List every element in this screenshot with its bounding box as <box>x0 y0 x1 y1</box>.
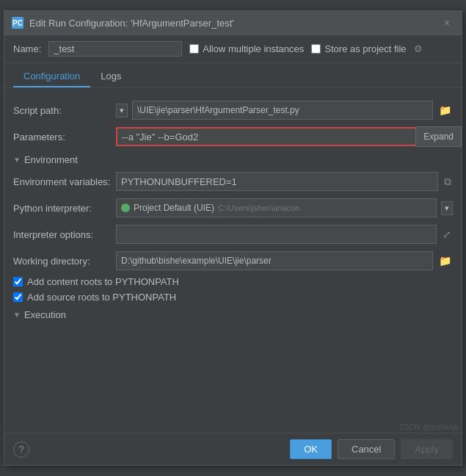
store-project-checkbox[interactable] <box>311 44 321 54</box>
parameters-input[interactable] <box>116 127 423 146</box>
toolbar: Name: Allow multiple instances Store as … <box>4 35 462 63</box>
env-vars-copy-icon[interactable]: ⧉ <box>443 174 453 190</box>
environment-label: Environment <box>24 154 78 165</box>
tab-configuration[interactable]: Configuration <box>13 66 90 87</box>
script-path-dropdown[interactable]: ▾ <box>116 104 128 118</box>
script-path-label: Script path: <box>13 105 116 116</box>
env-vars-control: ⧉ <box>116 172 453 191</box>
form-area: Script path: ▾ 📁 Parameters: + ⤢ Expand <box>4 88 462 332</box>
store-project-group: Store as project file <box>311 43 406 54</box>
env-vars-label: Environment variables: <box>13 176 116 187</box>
script-path-input[interactable] <box>132 101 433 120</box>
store-project-label: Store as project file <box>324 43 406 54</box>
working-dir-row: Working directory: 📁 <box>13 248 453 274</box>
tab-logs[interactable]: Logs <box>90 66 131 87</box>
parameters-control: + ⤢ <box>116 127 453 146</box>
footer: ? OK Cancel Apply <box>4 433 462 465</box>
tabs-bar: Configuration Logs <box>4 66 462 88</box>
footer-buttons: OK Cancel Apply <box>290 439 453 459</box>
allow-multiple-checkbox[interactable] <box>189 44 199 54</box>
interpreter-status-dot <box>121 203 130 212</box>
script-path-control: ▾ 📁 <box>116 101 453 120</box>
env-vars-input[interactable] <box>116 172 438 191</box>
environment-arrow-icon: ▼ <box>13 156 21 164</box>
dialog-title: Edit Run Configuration: 'HfArgumentParse… <box>29 18 234 29</box>
env-vars-row: Environment variables: ⧉ <box>13 168 453 195</box>
name-label: Name: <box>13 43 41 54</box>
add-source-roots-checkbox[interactable] <box>13 292 23 302</box>
script-path-row: Script path: ▾ 📁 <box>13 97 453 123</box>
cancel-button[interactable]: Cancel <box>338 439 395 459</box>
gear-icon[interactable]: ⚙ <box>414 43 423 54</box>
interpreter-options-control: ⤢ <box>116 225 453 244</box>
interpreter-options-input[interactable] <box>116 225 437 244</box>
add-content-roots-checkbox[interactable] <box>13 277 23 286</box>
execution-label: Execution <box>24 309 66 320</box>
interpreter-options-row: Interpreter options: ⤢ <box>13 221 453 248</box>
app-icon: PC <box>12 17 23 29</box>
content-area: Script path: ▾ 📁 Parameters: + ⤢ Expand <box>4 88 462 433</box>
add-source-roots-label: Add source roots to PYTHONPATH <box>27 292 176 303</box>
parameters-label: Parameters: <box>13 131 116 143</box>
name-input[interactable] <box>48 41 182 57</box>
working-dir-input[interactable] <box>116 251 433 270</box>
expand-tooltip: Expand <box>415 126 462 147</box>
title-bar-left: PC Edit Run Configuration: 'HfArgumentPa… <box>12 17 234 29</box>
python-interpreter-control: Project Default (UIE) C:\Users\jshen\ana… <box>116 198 453 217</box>
parameters-row: Parameters: + ⤢ <box>13 123 453 150</box>
add-content-roots-row: Add content roots to PYTHONPATH <box>13 274 453 289</box>
execution-arrow-icon: ▼ <box>13 311 21 319</box>
allow-multiple-group: Allow multiple instances <box>189 43 304 54</box>
interpreter-select[interactable]: Project Default (UIE) C:\Users\jshen\ana… <box>116 198 437 217</box>
close-button[interactable]: × <box>440 15 454 30</box>
interpreter-options-expand-icon[interactable]: ⤢ <box>441 227 453 242</box>
watermark: CSDN @jieshenai <box>399 423 459 431</box>
interpreter-options-label: Interpreter options: <box>13 229 116 240</box>
title-bar: PC Edit Run Configuration: 'HfArgumentPa… <box>4 11 462 35</box>
working-dir-label: Working directory: <box>13 256 116 267</box>
dialog: PC Edit Run Configuration: 'HfArgumentPa… <box>4 10 462 466</box>
allow-multiple-label: Allow multiple instances <box>203 43 304 54</box>
working-dir-control: 📁 <box>116 251 453 270</box>
execution-section[interactable]: ▼ Execution <box>13 305 453 323</box>
python-interpreter-row: Python interpreter: Project Default (UIE… <box>13 195 453 221</box>
add-source-roots-row: Add source roots to PYTHONPATH <box>13 289 453 305</box>
interpreter-name: Project Default (UIE) <box>134 203 214 213</box>
script-path-folder-icon[interactable]: 📁 <box>437 103 453 118</box>
working-dir-folder-icon[interactable]: 📁 <box>437 253 453 268</box>
add-content-roots-label: Add content roots to PYTHONPATH <box>27 276 179 287</box>
python-interpreter-label: Python interpreter: <box>13 203 116 214</box>
help-button[interactable]: ? <box>13 441 29 458</box>
ok-button[interactable]: OK <box>290 439 332 459</box>
interpreter-dropdown-btn[interactable]: ▾ <box>441 201 453 215</box>
interpreter-path: C:\Users\jshen\anacon <box>218 203 299 212</box>
environment-section[interactable]: ▼ Environment <box>13 150 453 168</box>
apply-button[interactable]: Apply <box>401 439 453 459</box>
